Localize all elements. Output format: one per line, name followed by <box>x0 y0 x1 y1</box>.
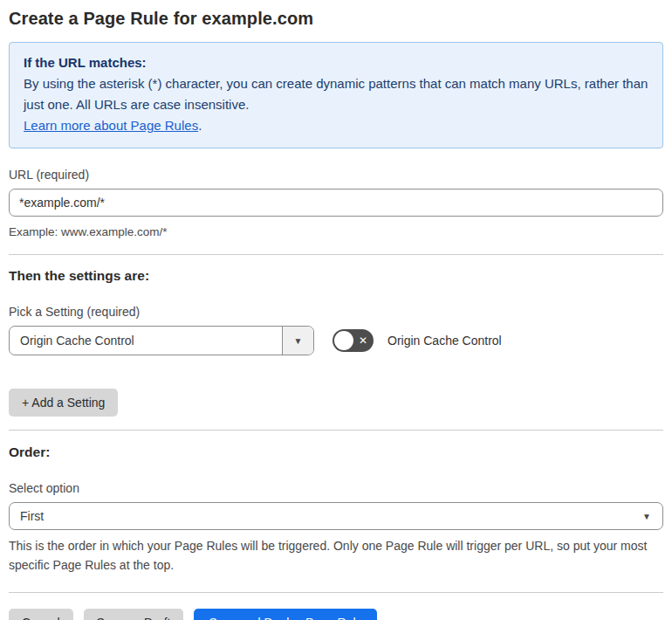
url-input[interactable] <box>9 189 663 217</box>
divider <box>9 430 663 431</box>
footer-actions: Cancel Save as Draft Save and Deploy Pag… <box>9 609 663 620</box>
order-section-heading: Order: <box>9 444 663 460</box>
info-box-heading: If the URL matches: <box>24 52 648 73</box>
chevron-down-icon[interactable]: ▼ <box>282 327 313 355</box>
info-box-link-line: Learn more about Page Rules. <box>24 115 648 136</box>
origin-cache-control-toggle[interactable]: ✕ <box>333 329 374 352</box>
save-and-deploy-button[interactable]: Save and Deploy Page Rule <box>194 609 377 620</box>
page-title: Create a Page Rule for example.com <box>9 9 663 29</box>
url-example-helper: Example: www.example.com/* <box>9 223 663 241</box>
divider <box>9 254 663 255</box>
settings-section-heading: Then the settings are: <box>9 268 663 284</box>
link-suffix: . <box>198 118 202 133</box>
pick-setting-label: Pick a Setting (required) <box>9 305 663 319</box>
setting-select-value: Origin Cache Control <box>10 327 282 355</box>
toggle-off-x-icon: ✕ <box>359 335 367 346</box>
toggle-label: Origin Cache Control <box>387 334 502 348</box>
cancel-button[interactable]: Cancel <box>9 609 73 620</box>
order-helper-text: This is the order in which your Page Rul… <box>9 536 663 575</box>
setting-picker-row: Origin Cache Control ▼ ✕ Origin Cache Co… <box>9 326 663 355</box>
url-field-label: URL (required) <box>9 168 663 182</box>
url-match-info-box: If the URL matches: By using the asteris… <box>9 42 663 148</box>
chevron-down-icon: ▼ <box>642 512 651 521</box>
info-box-body: By using the asterisk (*) character, you… <box>24 73 648 115</box>
save-as-draft-button[interactable]: Save as Draft <box>84 609 184 620</box>
add-setting-button[interactable]: + Add a Setting <box>9 389 118 417</box>
toggle-knob <box>334 331 353 350</box>
divider <box>9 592 663 593</box>
order-select-label: Select option <box>9 481 663 495</box>
order-select-value: First <box>20 509 44 523</box>
order-select[interactable]: First ▼ <box>9 502 663 530</box>
learn-more-link[interactable]: Learn more about Page Rules <box>24 118 198 133</box>
setting-select[interactable]: Origin Cache Control ▼ <box>9 326 314 355</box>
